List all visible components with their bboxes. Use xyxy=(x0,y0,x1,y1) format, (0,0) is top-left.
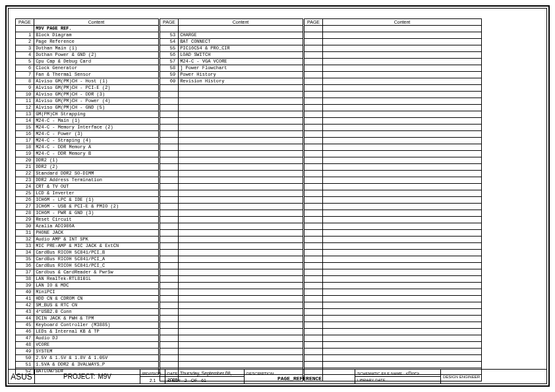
index-row-empty xyxy=(160,105,303,111)
index-row-empty xyxy=(305,309,482,316)
index-row-empty xyxy=(160,269,303,276)
project-label: PROJECT: xyxy=(63,373,95,380)
index-row-empty xyxy=(305,164,482,171)
index-row-empty xyxy=(160,296,303,302)
project-value: M9V xyxy=(98,373,111,380)
index-row-empty xyxy=(305,256,482,263)
page-num: 21 xyxy=(16,164,34,171)
page-num: 34 xyxy=(16,250,34,256)
index-row-empty xyxy=(160,237,303,243)
index-row-empty xyxy=(305,269,482,276)
page-num: 2 xyxy=(16,39,34,45)
index-row-empty xyxy=(160,92,303,98)
index-row-empty xyxy=(305,276,482,283)
index-row: 24CRT & TV OUT xyxy=(16,184,159,190)
index-row-empty xyxy=(305,138,482,144)
index-row-empty xyxy=(305,157,482,164)
page-title: M24-C - Straping (4) xyxy=(34,138,159,144)
page-title: MiniPCI xyxy=(34,289,159,296)
index-row: 502.5V & 1.5V & 1.8V & 1.05V xyxy=(16,355,159,362)
page-title: Fan & Thermal Sensor xyxy=(34,72,159,78)
date-label: DATE: xyxy=(167,372,179,376)
index-row-empty xyxy=(305,362,482,368)
page-title: SYSTEM xyxy=(34,349,159,355)
index-row: 3Dothan Main (1) xyxy=(16,45,159,52)
index-row-empty xyxy=(305,342,482,349)
index-row-empty xyxy=(160,223,303,230)
page-num: 40 xyxy=(16,289,34,296)
page-title: LAN IO & MDC xyxy=(34,283,159,289)
page-num: 58 xyxy=(160,65,179,72)
index-row: 30Azalia ADI986A xyxy=(16,223,159,230)
page-title: Audio DJ xyxy=(34,335,159,342)
index-row-empty xyxy=(305,322,482,329)
index-row: 28ICH6M - PWR & GND (3) xyxy=(16,210,159,217)
index-row: 5Cpu Cap & Debug Card xyxy=(16,59,159,65)
page-title: Clock Generator xyxy=(34,65,159,72)
page-title: M24-C - DDR Memory B xyxy=(34,151,159,157)
page-num: 18 xyxy=(16,144,34,151)
index-row-empty xyxy=(305,230,482,237)
index-row: 25LCD & Inverter xyxy=(16,190,159,197)
header-content: Content xyxy=(34,19,159,26)
index-row-empty xyxy=(305,296,482,302)
page-title: DDR2 Address Termination xyxy=(34,177,159,184)
index-row-empty xyxy=(160,342,303,349)
index-row-empty xyxy=(305,263,482,269)
page-title: MIC PRE-AMP & MIC JACK & ExtCN xyxy=(34,243,159,250)
index-row: 8Alviso GM(PM)CH - Host (1) xyxy=(16,78,159,85)
index-row-empty xyxy=(305,26,482,32)
index-row-empty xyxy=(160,164,303,171)
index-row-empty xyxy=(160,355,303,362)
index-row-empty xyxy=(160,98,303,105)
index-row-empty xyxy=(305,144,482,151)
index-row-empty xyxy=(160,329,303,335)
sheet-of: OF xyxy=(191,378,198,383)
index-row: 42SM_BUS & RTC CN xyxy=(16,302,159,309)
page-num: 8 xyxy=(16,78,34,85)
outer-frame: PAGEContentM9V PAGE REF.1Block Diagram2P… xyxy=(5,5,550,387)
index-row: 39LAN IO & MDC xyxy=(16,283,159,289)
page-title: 1.5VA & DDR2 & 3VALWAYS_P xyxy=(34,362,159,368)
index-row-empty xyxy=(160,138,303,144)
index-row: M9V PAGE REF. xyxy=(16,26,159,32)
index-row-empty xyxy=(305,131,482,138)
page-num: 60 xyxy=(160,78,179,85)
index-row: 20DDR2 (1) xyxy=(16,157,159,164)
page-num: 49 xyxy=(16,349,34,355)
page-num: 46 xyxy=(16,329,34,335)
page-num: 7 xyxy=(16,72,34,78)
index-row: 21DDR2 (2) xyxy=(16,164,159,171)
description-value: PAGE_REFERENCE xyxy=(247,376,353,381)
page-title: DDR2 (2) xyxy=(34,164,159,171)
index-row-empty xyxy=(160,210,303,217)
sheet-num: 2 xyxy=(185,378,187,383)
index-row: 55PIC16C54 & PRO_CIR xyxy=(160,45,303,52)
company-cell: ASUS xyxy=(9,370,35,383)
page-title: LOAD SWITCH xyxy=(179,52,303,59)
page-title: Dothan Main (1) xyxy=(34,45,159,52)
index-row-empty xyxy=(305,171,482,177)
index-row-empty xyxy=(305,210,482,217)
index-row-empty xyxy=(305,302,482,309)
page-num: 54 xyxy=(160,39,179,45)
page-num: 22 xyxy=(16,171,34,177)
index-row-empty xyxy=(160,263,303,269)
index-row-empty xyxy=(305,190,482,197)
page-title: Alviso GM(PM)CH - GND (5) xyxy=(34,105,159,111)
index-row-empty xyxy=(305,243,482,250)
index-row: 58] Power Flowchart xyxy=(160,65,303,72)
page-title: 4*USB2.0 Conn xyxy=(34,309,159,316)
index-row: 44DCIN JACK & PWH & TPM xyxy=(16,316,159,322)
page-num: 17 xyxy=(16,138,34,144)
page-num: 27 xyxy=(16,204,34,210)
page-num: 4 xyxy=(16,52,34,59)
index-row-empty xyxy=(305,118,482,125)
page-title: M9V PAGE REF. xyxy=(34,26,159,32)
page-title: Reset Circuit xyxy=(34,217,159,223)
page-num: 41 xyxy=(16,296,34,302)
index-row-empty xyxy=(160,118,303,125)
index-row-empty xyxy=(305,250,482,256)
index-row-empty xyxy=(305,237,482,243)
page-title: DCIN JACK & PWH & TPM xyxy=(34,316,159,322)
